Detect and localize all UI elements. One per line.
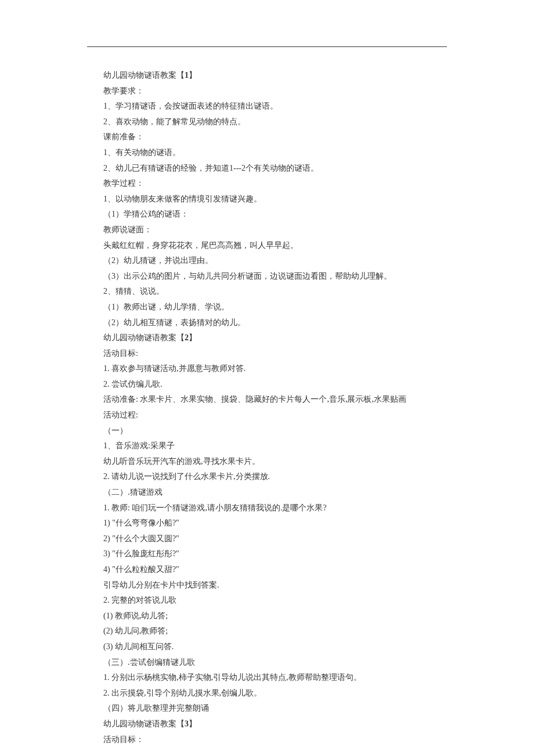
line-text: 4) "什么粒粒酸又甜?"	[103, 565, 179, 574]
line-text: （四）将儿歌整理并完整朗诵	[103, 704, 209, 712]
line-text: 引导幼儿分别在卡片中找到答案.	[103, 581, 219, 589]
line-text: 活动目标：	[103, 735, 144, 744]
text-line: 教学过程：	[87, 176, 447, 192]
line-text: （2）幼儿相互猜谜，表扬猜对的幼儿。	[103, 318, 246, 327]
line-text: 2) "什么个大圆又圆?"	[103, 534, 179, 543]
line-text: 1) "什么弯弯像小船?"	[103, 519, 179, 527]
line-tail: 】	[189, 333, 197, 342]
text-line: （1）学猜公鸡的谜语：	[87, 207, 447, 222]
text-line: 2. 出示摸袋,引导个别幼儿摸水果,创编儿歌。	[87, 686, 447, 701]
line-text: 1、学习猜谜语，会按谜面表述的特征猜出谜语。	[103, 102, 278, 110]
line-text: 幼儿园动物谜语教案【	[103, 71, 185, 80]
line-text: 1. 喜欢参与猜谜活动,并愿意与教师对答.	[103, 364, 246, 373]
section-number: 3	[185, 719, 189, 728]
text-line: 活动目标：	[87, 732, 447, 748]
line-tail: 】	[189, 719, 197, 728]
text-line: 头戴红红帽，身穿花花衣，尾巴高高翘，叫人早早起。	[87, 238, 447, 254]
section-number: 2	[185, 333, 189, 342]
line-text: （二）.猜谜游戏	[103, 488, 163, 496]
text-line: 幼儿园动物谜语教案【3】	[87, 717, 447, 732]
text-line: 1. 教师: 咱们玩一个猜谜游戏,请小朋友猜猜我说的.是哪个水果?	[87, 501, 447, 516]
text-line: （二）.猜谜游戏	[87, 485, 447, 501]
line-tail: 】	[189, 71, 197, 80]
text-line: 2) "什么个大圆又圆?"	[87, 531, 447, 547]
text-line: （2）幼儿相互猜谜，表扬猜对的幼儿。	[87, 315, 447, 331]
text-line: （1）教师出谜，幼儿学猜、学说。	[87, 300, 447, 315]
line-text: 头戴红红帽，身穿花花衣，尾巴高高翘，叫人早早起。	[103, 241, 298, 250]
section-number: 1	[185, 71, 189, 80]
line-text: 1、有关动物的谜语。	[103, 148, 181, 157]
text-line: 活动过程:	[87, 408, 447, 423]
text-line: 1、学习猜谜语，会按谜面表述的特征猜出谜语。	[87, 99, 447, 114]
line-text: （1）学猜公鸡的谜语：	[103, 210, 189, 218]
line-text: 1. 分别出示杨桃实物,柿子实物,引导幼儿说出其特点,教师帮助整理语句。	[103, 673, 362, 682]
line-text: (2) 幼儿问,教师答;	[103, 627, 168, 635]
text-line: 1. 分别出示杨桃实物,柿子实物,引导幼儿说出其特点,教师帮助整理语句。	[87, 670, 447, 686]
line-text: 2、幼儿已有猜谜语的经验，并知道1---2个有关动物的谜语。	[103, 164, 319, 172]
line-text: 1、音乐游戏:采果子	[103, 441, 175, 450]
text-line: 2、幼儿已有猜谜语的经验，并知道1---2个有关动物的谜语。	[87, 161, 447, 177]
line-text: （2）幼儿猜谜，并说出理由。	[103, 256, 213, 265]
line-text: (3) 幼儿间相互问答.	[103, 642, 174, 651]
document-body: 幼儿园动物谜语教案【1】教学要求：1、学习猜谜语，会按谜面表述的特征猜出谜语。2…	[87, 68, 447, 747]
line-text: （三）.尝试创编猜谜儿歌	[103, 658, 195, 667]
text-line: 教学要求：	[87, 84, 447, 99]
line-text: 2. 请幼儿说一说找到了什么水果卡片,分类摆放.	[103, 472, 270, 481]
line-text: （1）教师出谜，幼儿学猜、学说。	[103, 303, 229, 311]
text-line: 幼儿听音乐玩开汽车的游戏,寻找水果卡片。	[87, 454, 447, 470]
line-text: （一）	[103, 426, 128, 435]
text-line: 2、猜猜、说说。	[87, 284, 447, 300]
line-text: 幼儿听音乐玩开汽车的游戏,寻找水果卡片。	[103, 457, 260, 466]
line-text: 2. 出示摸袋,引导个别幼儿摸水果,创编儿歌。	[103, 689, 262, 697]
line-text: （3）出示公鸡的图片，与幼儿共同分析谜面，边说谜面边看图，帮助幼儿理解。	[103, 272, 392, 280]
line-text: 2. 尝试仿编儿歌.	[103, 380, 163, 388]
line-text: 教学要求：	[103, 87, 144, 95]
text-line: （2）幼儿猜谜，并说出理由。	[87, 253, 447, 269]
text-line: 3) "什么脸庞红彤彤?"	[87, 546, 447, 562]
text-line: 活动准备: 水果卡片、水果实物、摸袋、隐藏好的卡片每人一个,音乐,展示板,水果贴…	[87, 392, 447, 408]
text-line: 2. 完整的对答说儿歌	[87, 593, 447, 609]
text-line: 幼儿园动物谜语教案【2】	[87, 330, 447, 346]
text-line: 2. 请幼儿说一说找到了什么水果卡片,分类摆放.	[87, 469, 447, 485]
text-line: 1. 喜欢参与猜谜活动,并愿意与教师对答.	[87, 361, 447, 377]
text-line: 幼儿园动物谜语教案【1】	[87, 68, 447, 84]
text-line: (1) 教师说,幼儿答;	[87, 609, 447, 624]
line-text: 2、喜欢动物，能了解常见动物的特点。	[103, 117, 246, 126]
text-line: 2. 尝试仿编儿歌.	[87, 377, 447, 393]
text-line: （一）	[87, 423, 447, 439]
text-line: （四）将儿歌整理并完整朗诵	[87, 701, 447, 717]
line-text: 课前准备：	[103, 132, 144, 141]
text-line: 2、喜欢动物，能了解常见动物的特点。	[87, 114, 447, 130]
text-line: 活动目标:	[87, 346, 447, 362]
line-text: 活动过程:	[103, 411, 138, 419]
text-line: （3）出示公鸡的图片，与幼儿共同分析谜面，边说谜面边看图，帮助幼儿理解。	[87, 269, 447, 285]
line-text: 幼儿园动物谜语教案【	[103, 719, 185, 728]
text-line: （三）.尝试创编猜谜儿歌	[87, 655, 447, 671]
line-text: 1、以动物朋友来做客的情境引发猜谜兴趣。	[103, 195, 262, 203]
line-text: 幼儿园动物谜语教案【	[103, 333, 185, 342]
line-text: 2. 完整的对答说儿歌	[103, 596, 176, 604]
line-text: 活动准备: 水果卡片、水果实物、摸袋、隐藏好的卡片每人一个,音乐,展示板,水果贴…	[103, 395, 406, 404]
line-text: (1) 教师说,幼儿答;	[103, 611, 168, 620]
text-line: 4) "什么粒粒酸又甜?"	[87, 562, 447, 578]
line-text: 教师说谜面：	[103, 225, 152, 234]
text-line: 1、有关动物的谜语。	[87, 145, 447, 161]
text-line: 1、音乐游戏:采果子	[87, 438, 447, 454]
text-line: 1) "什么弯弯像小船?"	[87, 516, 447, 531]
line-text: 3) "什么脸庞红彤彤?"	[103, 549, 179, 558]
text-line: (3) 幼儿间相互问答.	[87, 639, 447, 655]
text-line: (2) 幼儿问,教师答;	[87, 624, 447, 639]
text-line: 引导幼儿分别在卡片中找到答案.	[87, 578, 447, 593]
horizontal-rule	[87, 46, 447, 47]
line-text: 1. 教师: 咱们玩一个猜谜游戏,请小朋友猜猜我说的.是哪个水果?	[103, 503, 327, 512]
line-text: 教学过程：	[103, 179, 144, 188]
line-text: 活动目标:	[103, 349, 138, 358]
text-line: 教师说谜面：	[87, 222, 447, 238]
text-line: 1、以动物朋友来做客的情境引发猜谜兴趣。	[87, 192, 447, 207]
text-line: 课前准备：	[87, 129, 447, 145]
line-text: 2、猜猜、说说。	[103, 287, 164, 296]
